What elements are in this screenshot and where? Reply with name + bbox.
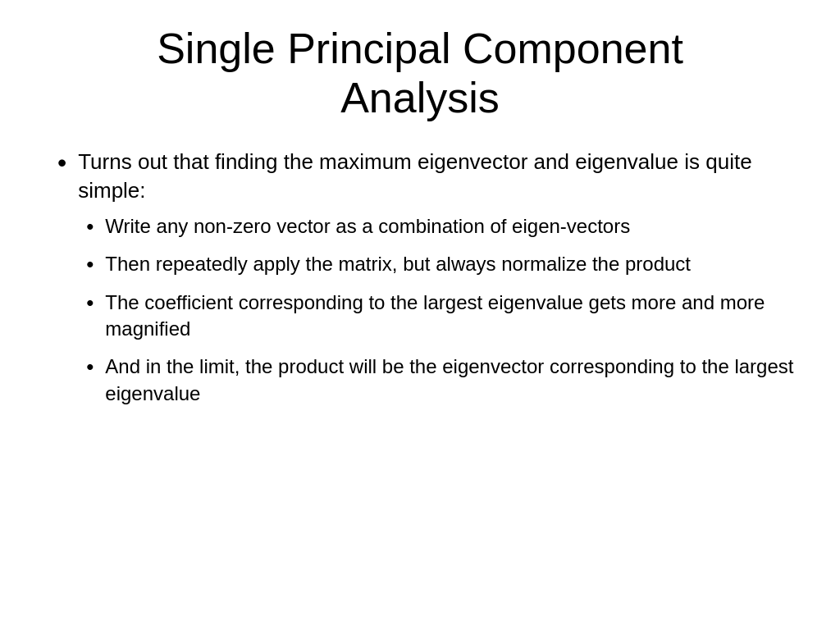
sub-bullet-text-4: And in the limit, the product will be th… [105,354,799,407]
sub-bullet-dot-4: • [86,356,94,377]
sub-bullet-dot-1: • [86,216,94,237]
sub-bullet-4: • And in the limit, the product will be … [86,354,799,407]
main-bullet-item: • Turns out that finding the maximum eig… [57,148,799,419]
sub-bullet-text-2: Then repeatedly apply the matrix, but al… [105,251,691,277]
sub-bullet-dot-3: • [86,292,94,313]
sub-bullets-list: • Write any non-zero vector as a combina… [78,213,799,407]
sub-bullet-dot-2: • [86,253,94,275]
sub-bullet-text-1: Write any non-zero vector as a combinati… [105,213,630,240]
sub-bullet-text-3: The coefficient corresponding to the lar… [105,290,799,343]
slide-title: Single Principal Component Analysis [41,25,799,123]
sub-bullet-1: • Write any non-zero vector as a combina… [86,213,799,240]
main-bullet-text: Turns out that finding the maximum eigen… [78,148,799,205]
content-section: • Turns out that finding the maximum eig… [41,148,799,605]
title-line1: Single Principal Component [157,25,683,72]
main-bullet-dot: • [57,149,66,176]
title-line2: Analysis [340,74,500,121]
title-text: Single Principal Component Analysis [41,25,799,123]
sub-bullet-2: • Then repeatedly apply the matrix, but … [86,251,799,277]
sub-bullet-3: • The coefficient corresponding to the l… [86,290,799,343]
